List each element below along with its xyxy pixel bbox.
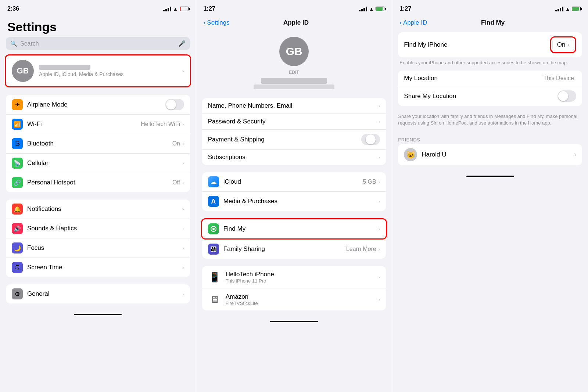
bluetooth-icon: 𝔹	[12, 138, 23, 149]
bluetooth-chevron: ›	[182, 141, 184, 147]
icloud-value: 5 GB	[363, 179, 376, 185]
notifications-item[interactable]: 🔔 Notifications ›	[6, 199, 190, 219]
find-my-item[interactable]: Find My ›	[202, 219, 386, 238]
password-security-label: Password & Security	[208, 118, 379, 125]
battery-icon-3	[572, 7, 581, 11]
back-button-2[interactable]: ‹ Settings	[204, 19, 230, 26]
hellotech-iphone-item[interactable]: 📱 HelloTech iPhone This iPhone 11 Pro ›	[202, 266, 386, 288]
apple-id-highlight: GB Apple ID, iCloud, Media & Purchases ›	[5, 54, 191, 87]
icloud-item[interactable]: ☁ iCloud 5 GB ›	[202, 172, 386, 192]
focus-label: Focus	[27, 244, 182, 252]
amazon-device-sub: FireTVStickLite	[226, 301, 379, 306]
apple-id-section: GB Apple ID, iCloud, Media & Purchases ›	[6, 55, 190, 86]
back-chevron-2: ‹	[204, 19, 206, 26]
screentime-chevron: ›	[182, 265, 184, 270]
family-value: Learn More	[346, 246, 376, 252]
profile-edit-label[interactable]: EDIT	[289, 70, 299, 75]
hotspot-label: Personal Hotspot	[27, 179, 172, 186]
wifi-chevron: ›	[182, 121, 184, 127]
bluetooth-item[interactable]: 𝔹 Bluetooth On ›	[6, 134, 190, 154]
cellular-item[interactable]: 📡 Cellular ›	[6, 154, 190, 173]
status-bar-2: 1:27 ▲	[196, 0, 392, 16]
scroll-indicator-2	[270, 321, 318, 322]
search-bar[interactable]: 🔍 Search 🎤	[6, 37, 190, 50]
signal-icon-1	[163, 7, 171, 11]
hotspot-item[interactable]: 🔗 Personal Hotspot Off ›	[6, 173, 190, 192]
iphone-device-info: HelloTech iPhone This iPhone 11 Pro	[226, 271, 379, 284]
sounds-label: Sounds & Haptics	[27, 225, 182, 232]
wifi-item[interactable]: 📶 Wi-Fi HelloTech WiFi ›	[6, 115, 190, 134]
back-button-3[interactable]: ‹ Apple ID	[399, 19, 427, 26]
family-section: 👨‍👩‍👧 Family Sharing Learn More ›	[202, 240, 386, 259]
bluetooth-label: Bluetooth	[27, 140, 172, 147]
airplane-mode-item[interactable]: ✈ Airplane Mode	[6, 95, 190, 115]
battery-icon-1	[180, 7, 189, 11]
notifications-chevron: ›	[182, 206, 184, 212]
sounds-item[interactable]: 🔊 Sounds & Haptics ›	[6, 219, 190, 238]
settings-group-1: ✈ Airplane Mode 📶 Wi-Fi HelloTech WiFi ›…	[6, 95, 190, 192]
general-item[interactable]: ⚙ General ›	[6, 284, 190, 303]
focus-item[interactable]: 🌙 Focus ›	[6, 238, 190, 258]
airplane-icon: ✈	[12, 99, 23, 110]
signal-icon-3	[555, 7, 563, 11]
general-icon: ⚙	[12, 288, 23, 299]
password-security-item[interactable]: Password & Security ›	[202, 114, 386, 130]
share-location-label: Share My Location	[404, 93, 557, 100]
findmy-icon	[208, 223, 219, 234]
sounds-icon: 🔊	[12, 223, 23, 234]
amazon-item[interactable]: 🖥 Amazon FireTVStickLite ›	[202, 288, 386, 310]
bluetooth-value: On	[172, 140, 180, 147]
my-location-label: My Location	[404, 75, 543, 82]
svg-point-1	[212, 228, 215, 230]
my-location-item[interactable]: My Location This Device	[398, 71, 582, 86]
profile-avatar[interactable]: GB	[279, 37, 309, 66]
subscriptions-item[interactable]: Subscriptions ›	[202, 150, 386, 165]
apple-id-scroll[interactable]: GB EDIT Name, Phone Numbers, Email › Pas…	[196, 29, 392, 392]
media-purchases-label: Media & Purchases	[223, 198, 379, 205]
iphone-device-name: HelloTech iPhone	[226, 271, 379, 278]
hotspot-value: Off	[172, 179, 180, 186]
share-my-location-item[interactable]: Share My Location	[398, 86, 582, 106]
harold-u-item[interactable]: 🐱 Harold U ›	[398, 144, 582, 165]
screentime-icon: ⏱	[12, 262, 23, 273]
on-button[interactable]: On ›	[552, 39, 574, 51]
find-my-iphone-item[interactable]: Find My iPhone On ›	[398, 32, 582, 57]
screentime-item[interactable]: ⏱ Screen Time ›	[6, 258, 190, 277]
find-my-scroll[interactable]: Find My iPhone On › Enables your iPhone …	[392, 29, 588, 392]
subscriptions-label: Subscriptions	[208, 154, 379, 161]
cellular-label: Cellular	[27, 159, 182, 167]
status-time-3: 1:27	[399, 6, 411, 12]
find-my-label: Find My	[223, 225, 379, 233]
cellular-chevron: ›	[182, 160, 184, 166]
general-label: General	[27, 290, 182, 298]
signal-icon-2	[359, 7, 367, 11]
family-sharing-label: Family Sharing	[223, 245, 346, 253]
harold-chevron: ›	[574, 152, 576, 158]
harold-name: Harold U	[422, 151, 574, 158]
media-purchases-item[interactable]: A Media & Purchases ›	[202, 192, 386, 211]
payment-shipping-item[interactable]: Payment & Shipping	[202, 130, 386, 150]
apple-id-card[interactable]: GB Apple ID, iCloud, Media & Purchases ›	[6, 55, 190, 86]
name-phone-item[interactable]: Name, Phone Numbers, Email ›	[202, 98, 386, 114]
back-label-3: Apple ID	[403, 19, 427, 26]
share-location-toggle[interactable]	[557, 90, 576, 102]
general-chevron: ›	[182, 291, 184, 297]
nav-title-3: Find My	[481, 19, 505, 26]
nav-bar-3: ‹ Apple ID Find My	[392, 16, 588, 29]
iphone-device-icon: 📱	[208, 270, 221, 284]
airplane-toggle[interactable]	[165, 99, 184, 110]
microphone-icon[interactable]: 🎤	[178, 40, 186, 47]
wifi-settings-icon: 📶	[12, 119, 23, 130]
page-title: Settings	[0, 16, 196, 37]
search-input[interactable]: Search	[20, 40, 175, 47]
payment-toggle[interactable]	[361, 134, 380, 145]
share-location-desc: Share your location with family and frie…	[392, 113, 588, 131]
family-sharing-item[interactable]: 👨‍👩‍👧 Family Sharing Learn More ›	[202, 240, 386, 259]
find-my-highlight: Find My ›	[201, 218, 387, 240]
settings-scroll[interactable]: Settings 🔍 Search 🎤 GB Apple ID, iCloud,…	[0, 16, 196, 392]
harold-avatar: 🐱	[404, 148, 417, 161]
chevron-icon: ›	[182, 68, 184, 74]
status-time-2: 1:27	[204, 6, 215, 12]
settings-panel: 2:36 ▲ Settings 🔍 Search 🎤	[0, 0, 196, 392]
friends-section: 🐱 Harold U ›	[398, 144, 582, 165]
